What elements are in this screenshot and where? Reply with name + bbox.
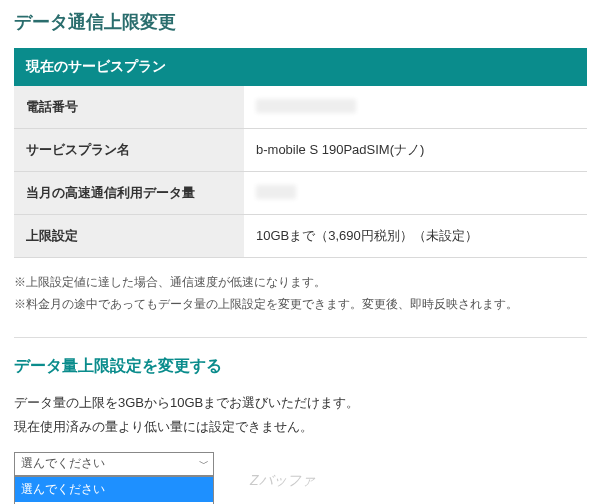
section-desc: データ量の上限を3GBから10GBまでお選びいただけます。 現在使用済みの量より… (14, 391, 587, 438)
table-row: 上限設定 10GBまで（3,690円税別）（未設定） (14, 215, 587, 258)
row-label: サービスプラン名 (14, 129, 244, 172)
row-value: 10GBまで（3,690円税別）（未設定） (244, 215, 587, 258)
section-title: データ量上限設定を変更する (14, 356, 587, 377)
row-value (244, 86, 587, 129)
data-limit-select[interactable]: 選んでください ﹀ 選んでください 3GBまで（1,240円税別） 4GBまで（… (14, 452, 214, 476)
chevron-down-icon: ﹀ (199, 457, 209, 471)
table-row: サービスプラン名 b-mobile S 190PadSIM(ナノ) (14, 129, 587, 172)
table-row: 電話番号 (14, 86, 587, 129)
select-dropdown[interactable]: 選んでください 3GBまで（1,240円税別） 4GBまで（1,590円税別） … (14, 476, 214, 504)
select-option[interactable]: 選んでください (15, 477, 213, 502)
notes: ※上限設定値に達した場合、通信速度が低速になります。 ※料金月の途中であってもデ… (14, 272, 587, 315)
row-value (244, 172, 587, 215)
row-label: 上限設定 (14, 215, 244, 258)
row-label: 当月の高速通信利用データ量 (14, 172, 244, 215)
plan-header: 現在のサービスプラン (14, 48, 587, 86)
plan-table: 電話番号 サービスプラン名 b-mobile S 190PadSIM(ナノ) 当… (14, 86, 587, 258)
page-title: データ通信上限変更 (14, 10, 587, 34)
row-label: 電話番号 (14, 86, 244, 129)
select-value: 選んでください (21, 455, 105, 472)
note-line: ※上限設定値に達した場合、通信速度が低速になります。 (14, 272, 587, 294)
table-row: 当月の高速通信利用データ量 (14, 172, 587, 215)
row-value: b-mobile S 190PadSIM(ナノ) (244, 129, 587, 172)
select-box[interactable]: 選んでください ﹀ (14, 452, 214, 476)
note-line: ※料金月の途中であってもデータ量の上限設定を変更できます。変更後、即時反映されま… (14, 294, 587, 316)
divider (14, 337, 587, 338)
watermark: Zバッファ (250, 472, 315, 490)
